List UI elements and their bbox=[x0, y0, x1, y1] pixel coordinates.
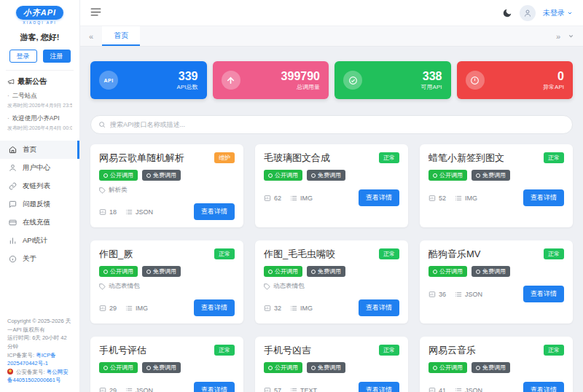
sidebar-item-api-stats[interactable]: API统计 bbox=[0, 232, 79, 250]
format-label: IMG bbox=[455, 195, 477, 202]
announcement-title: 二号站点 bbox=[7, 92, 72, 101]
tag-public-call: 公开调用 bbox=[429, 170, 467, 181]
call-count: 57 bbox=[264, 387, 281, 392]
list-icon bbox=[455, 387, 462, 392]
login-button[interactable]: 登录 bbox=[9, 50, 37, 63]
view-details-button[interactable]: 查看详情 bbox=[194, 203, 235, 220]
police-line: 公安备案号: 粤公网安备44051502000661号 bbox=[7, 368, 72, 385]
sidebar-item-label: 友链列表 bbox=[23, 181, 50, 191]
view-details-button[interactable]: 查看详情 bbox=[359, 382, 399, 392]
tag-icon bbox=[103, 366, 108, 370]
tag-icon bbox=[311, 270, 316, 274]
stat-label: 可用API bbox=[421, 84, 442, 91]
search-icon bbox=[98, 121, 106, 128]
category-row: 解析类 bbox=[99, 186, 235, 195]
call-count: 41 bbox=[429, 387, 446, 392]
sidebar-item-about[interactable]: 关于 bbox=[0, 250, 79, 268]
category-row: 动态表情包 bbox=[264, 282, 399, 291]
api-card[interactable]: 手机号凶吉 正常 公开调用 免费调用 57 TEXT 查看详情 bbox=[255, 337, 408, 392]
status-badge: 正常 bbox=[214, 248, 235, 259]
stat-card-abnormal: 0 异常API bbox=[457, 61, 574, 99]
announcements-header: 最新公告 bbox=[7, 77, 72, 87]
logo-subtext: XIAOQI API bbox=[0, 20, 79, 25]
api-card[interactable]: 作图_毛毛虫嘴咬 正常 公开调用 免费调用 动态表情包 32 IMG 查看 bbox=[255, 240, 408, 324]
view-details-button[interactable]: 查看详情 bbox=[523, 286, 564, 302]
user-label: 未登录 bbox=[543, 8, 565, 18]
sidebar-item-feedback[interactable]: 问题反馈 bbox=[0, 195, 79, 213]
caret-down-icon bbox=[567, 10, 573, 16]
api-card-title: 网易云歌单随机解析 bbox=[99, 152, 184, 165]
tab-home[interactable]: 首页 bbox=[102, 26, 140, 46]
tabs-scroll-right-icon[interactable]: » bbox=[556, 32, 560, 41]
call-count: 62 bbox=[264, 195, 281, 202]
api-card[interactable]: 毛玻璃图文合成 正常 公开调用 免费调用 62 IMG 查看详情 bbox=[255, 144, 408, 227]
tag-icon bbox=[146, 173, 151, 178]
sidebar-item-links[interactable]: 友链列表 bbox=[0, 177, 79, 195]
api-card-title: 酷狗音乐MV bbox=[429, 248, 481, 261]
view-details-button[interactable]: 查看详情 bbox=[359, 299, 399, 316]
list-icon bbox=[290, 305, 297, 312]
home-icon bbox=[9, 146, 17, 154]
tag-public-call: 公开调用 bbox=[429, 362, 467, 373]
sidebar-toggle-button[interactable] bbox=[90, 7, 101, 20]
tab-label: 首页 bbox=[114, 31, 128, 41]
stats-row: API 339 API总数 399790 总调用量 bbox=[90, 61, 573, 99]
format-label: JSON bbox=[455, 291, 482, 298]
tag-icon bbox=[433, 270, 437, 274]
category-label: 动态表情包 bbox=[109, 282, 140, 291]
call-count: 18 bbox=[99, 208, 117, 216]
status-badge: 正常 bbox=[544, 345, 564, 356]
view-details-button[interactable]: 查看详情 bbox=[359, 189, 399, 206]
category-row: 动态表情包 bbox=[99, 282, 235, 291]
api-card[interactable]: 蜡笔小新签到图文 正常 公开调用 免费调用 52 IMG 查看详情 bbox=[420, 144, 573, 227]
api-card[interactable]: 作图_厥 正常 公开调用 免费调用 动态表情包 29 IMG 查看详情 bbox=[90, 240, 243, 324]
count-icon bbox=[99, 387, 106, 392]
stat-card-available: 338 可用API bbox=[334, 61, 451, 99]
register-button[interactable]: 注册 bbox=[43, 50, 71, 63]
tag-public-call: 公开调用 bbox=[429, 266, 467, 277]
copyright-text: Copyright © 2025-2026 天一API 版权所有 bbox=[7, 317, 72, 334]
api-card[interactable]: 网易云歌单随机解析 维护 公开调用 免费调用 解析类 18 JSON 查看 bbox=[90, 144, 243, 227]
api-card[interactable]: 手机号评估 正常 公开调用 免费调用 29 JSON 查看详情 bbox=[90, 337, 243, 392]
announcement-item[interactable]: 二号站点 发布时间:2026年4月9日 23:55:04 bbox=[7, 92, 72, 109]
tag-icon bbox=[476, 270, 480, 274]
tab-options-icon[interactable] bbox=[568, 33, 574, 39]
count-icon bbox=[264, 387, 271, 392]
api-card-title: 作图_毛毛虫嘴咬 bbox=[264, 248, 335, 261]
sidebar-item-user-center[interactable]: 用户中心 bbox=[0, 159, 79, 177]
search-input[interactable] bbox=[110, 121, 565, 128]
status-badge: 维护 bbox=[214, 152, 235, 163]
tag-public-call: 公开调用 bbox=[99, 362, 138, 373]
link-icon bbox=[9, 182, 17, 190]
logo[interactable]: 小齐API XIAOQI API bbox=[0, 0, 79, 26]
tabs-scroll-left-icon[interactable]: « bbox=[80, 32, 102, 41]
list-icon bbox=[125, 387, 133, 392]
api-card[interactable]: 酷狗音乐MV 正常 公开调用 免费调用 36 JSON 查看详情 bbox=[420, 240, 573, 324]
sidebar-item-home[interactable]: 首页 bbox=[0, 141, 79, 159]
api-card[interactable]: 网易云音乐 正常 公开调用 免费调用 41 JSON 查看详情 bbox=[420, 337, 573, 392]
greeting-text: 游客, 您好! bbox=[0, 32, 79, 43]
sidebar-item-recharge[interactable]: 在线充值 bbox=[0, 213, 79, 232]
tag-icon bbox=[268, 366, 273, 370]
count-icon bbox=[429, 291, 436, 298]
stat-value: 338 bbox=[421, 69, 442, 84]
list-icon bbox=[455, 195, 462, 202]
tag-icon bbox=[146, 270, 151, 274]
view-details-button[interactable]: 查看详情 bbox=[523, 382, 564, 392]
view-details-button[interactable]: 查看详情 bbox=[194, 299, 235, 316]
announcement-item[interactable]: 欢迎使用小齐API 发布时间:2026年4月4日 00:00:00 bbox=[7, 114, 72, 132]
tag-public-call: 公开调用 bbox=[264, 362, 302, 373]
tag-icon bbox=[99, 283, 106, 290]
police-label: 公安备案号: bbox=[16, 369, 45, 375]
sidebar-item-label: 问题反馈 bbox=[23, 200, 50, 209]
view-details-button[interactable]: 查看详情 bbox=[194, 382, 235, 392]
view-details-button[interactable]: 查看详情 bbox=[523, 189, 564, 206]
tag-free-call: 免费调用 bbox=[472, 266, 510, 277]
tabbar-controls: » bbox=[556, 32, 583, 41]
count-icon bbox=[264, 195, 271, 202]
status-badge: 正常 bbox=[379, 152, 399, 163]
user-menu[interactable]: 未登录 bbox=[543, 8, 573, 18]
theme-toggle-button[interactable] bbox=[502, 8, 512, 18]
call-count: 32 bbox=[264, 305, 281, 312]
avatar[interactable] bbox=[520, 5, 536, 21]
